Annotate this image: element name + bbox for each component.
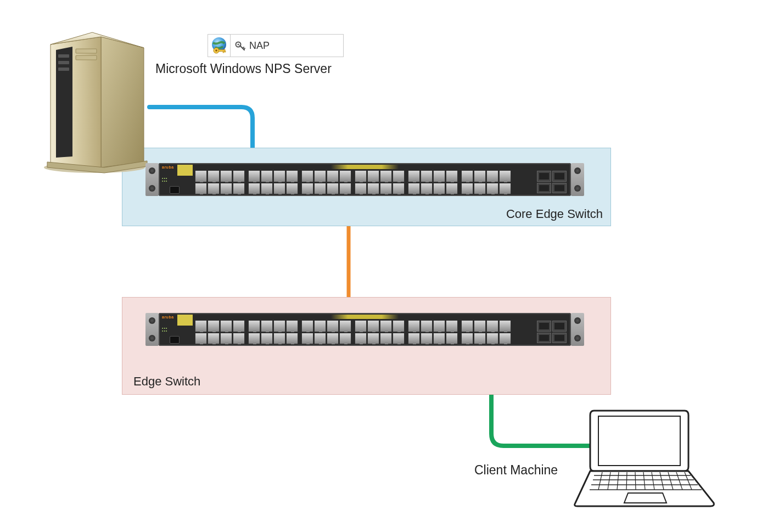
switch-status-leds: ● ● ●● ● ●	[162, 177, 167, 182]
globe-key-icon	[208, 35, 230, 57]
server-label: Microsoft Windows NPS Server	[155, 61, 332, 76]
rack-ear-left	[145, 313, 159, 346]
sfp-cage	[537, 171, 567, 193]
client-label: Client Machine	[474, 463, 558, 478]
rack-ear-right	[571, 313, 584, 346]
svg-point-7	[238, 44, 239, 46]
svg-rect-5	[225, 51, 226, 52]
nap-badge: NAP	[208, 34, 344, 57]
core-zone-label: Core Edge Switch	[506, 207, 603, 221]
switch-ports	[195, 170, 531, 194]
switch-top-strip	[195, 165, 535, 169]
svg-rect-11	[58, 68, 69, 71]
key-icon	[235, 40, 246, 51]
console-port	[170, 186, 180, 194]
separator	[230, 35, 231, 57]
console-port	[170, 336, 180, 344]
edge-zone-label: Edge Switch	[133, 374, 200, 389]
svg-rect-10	[58, 61, 69, 64]
switch-top-strip	[195, 315, 535, 319]
switch-ports	[195, 320, 531, 344]
switch-brand: aruba	[162, 315, 174, 319]
core-switch-device: aruba ● ● ●● ● ●	[159, 163, 571, 196]
rack-ear-right	[571, 163, 584, 196]
svg-point-2	[215, 49, 217, 52]
laptop-icon	[572, 406, 715, 511]
svg-rect-13	[76, 55, 97, 60]
svg-rect-12	[76, 49, 97, 53]
rack-ear-left	[145, 163, 159, 196]
svg-rect-9	[58, 54, 69, 58]
edge-switch-device: aruba ● ● ●● ● ●	[159, 313, 571, 346]
edge-zone: Edge Switch	[122, 297, 611, 395]
sfp-cage	[537, 321, 567, 343]
server-tower-icon	[40, 26, 149, 174]
switch-status-leds: ● ● ●● ● ●	[162, 327, 167, 332]
network-topology-diagram: Core Edge Switch Edge Switch	[0, 0, 762, 532]
switch-model-sticker	[177, 165, 193, 176]
switch-brand: aruba	[162, 165, 174, 169]
svg-rect-4	[223, 51, 224, 53]
nap-label: NAP	[249, 40, 270, 52]
switch-model-sticker	[177, 315, 193, 326]
